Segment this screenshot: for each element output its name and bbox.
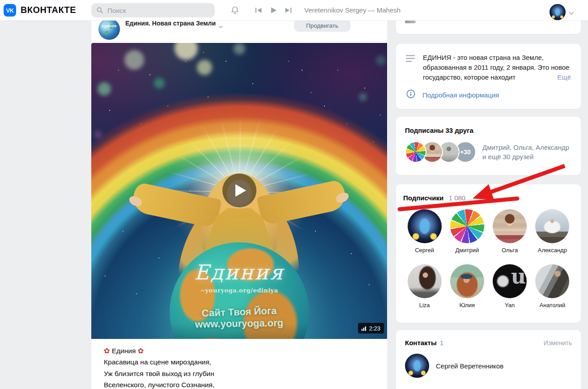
follower-item[interactable]: Анатолий xyxy=(531,264,574,309)
contact-item[interactable]: Сергей Веретенников xyxy=(405,354,572,378)
follower-avatar[interactable] xyxy=(535,209,569,243)
follower-name[interactable]: Ольга xyxy=(489,247,531,254)
play-icon xyxy=(235,184,246,197)
followers-grid: Сергей Дмитрий Ольга Александр Liza xyxy=(403,209,574,309)
promote-button[interactable]: Продвигать xyxy=(294,19,350,32)
follower-avatar[interactable] xyxy=(450,209,484,243)
post-text: ✿ Единия ✿ Красавица на сцене мироздания… xyxy=(91,339,387,389)
follower-avatar[interactable] xyxy=(493,209,527,243)
show-more-link[interactable]: Ещё xyxy=(539,72,571,82)
sidebar: ЕДИНИЯ - это новая страна на Земле, обра… xyxy=(396,21,581,389)
follower-item[interactable]: Александр xyxy=(531,209,574,254)
friend-avatar[interactable] xyxy=(405,141,426,163)
follower-item[interactable]: Ольга xyxy=(489,209,531,254)
vk-wordmark[interactable]: ВКОНТАКТЕ xyxy=(21,5,76,15)
menu-item-icon xyxy=(405,21,416,23)
friends-title: Подписаны 33 друга xyxy=(405,127,572,135)
prev-track-icon[interactable] xyxy=(255,0,262,21)
post-header: ЕДИНИЯ Единия. Новая страна Земли Продви… xyxy=(91,18,387,38)
follower-name[interactable]: Юлия xyxy=(446,302,488,309)
follower-name[interactable]: Анатолий xyxy=(531,302,574,309)
stats-icon xyxy=(362,326,366,331)
contacts-count: 1 xyxy=(440,339,443,347)
search-icon xyxy=(96,7,103,16)
post-column: ЕДИНИЯ Единия. Новая страна Земли Продви… xyxy=(91,21,387,389)
follower-avatar[interactable] xyxy=(535,264,569,298)
next-track-icon[interactable] xyxy=(285,0,292,21)
contacts-title: Контакты xyxy=(405,339,437,347)
post-text-line: Вселенского, лучистого Сознания, xyxy=(104,379,375,389)
friends-names[interactable]: Дмитрий, Ольга, Александр и ещё 30 друзе… xyxy=(482,143,569,161)
about-text: ЕДИНИЯ - это новая страна на Земле, обра… xyxy=(423,53,571,82)
post-text-title-line: ✿ Единия ✿ xyxy=(104,345,375,356)
follower-item[interactable]: Yan xyxy=(489,264,531,309)
follower-item[interactable]: Дмитрий xyxy=(446,209,488,254)
chevron-down-icon[interactable] xyxy=(569,9,574,17)
play-button[interactable] xyxy=(222,173,256,207)
follower-avatar[interactable] xyxy=(408,264,442,298)
community-name-link[interactable]: Единия. Новая страна Земли xyxy=(125,20,216,27)
video-stars-small xyxy=(91,43,92,44)
rose-icon: ✿ xyxy=(104,347,110,355)
follower-name[interactable]: Сергей xyxy=(403,247,446,254)
video-duration-badge: 2:23 xyxy=(358,323,384,334)
follower-name[interactable]: Yan xyxy=(489,302,531,309)
bell-icon[interactable] xyxy=(230,5,240,17)
play-track-icon[interactable] xyxy=(270,0,277,21)
post-text-line: Красавица на сцене мироздания, xyxy=(104,356,375,368)
now-playing-title[interactable]: Veretennikov Sergey — Mahesh xyxy=(304,6,401,14)
post-text-line: Уж близится твой выход из глубин xyxy=(104,368,375,379)
info-icon xyxy=(406,89,415,100)
follower-avatar[interactable] xyxy=(408,209,442,243)
edit-contacts-link[interactable]: Изменить xyxy=(544,339,572,347)
about-card: ЕДИНИЯ - это новая страна на Земле, обра… xyxy=(396,44,581,109)
followers-header: Подписчики 1 080 xyxy=(403,194,574,202)
about-lines-icon xyxy=(406,55,416,82)
detailed-info-link[interactable]: Подробная информация xyxy=(422,91,499,99)
contacts-card: Контакты 1 Изменить Сергей Веретенников xyxy=(396,330,581,389)
follower-item[interactable]: Liza xyxy=(403,264,446,309)
post-title-word: Единия xyxy=(112,347,136,355)
community-avatar[interactable]: ЕДИНИЯ xyxy=(98,18,120,40)
followers-count: 1 080 xyxy=(449,194,466,202)
chevron-down-icon xyxy=(218,22,223,30)
profile-avatar[interactable] xyxy=(550,4,566,20)
follower-item[interactable]: Сергей xyxy=(403,209,446,254)
contact-name[interactable]: Сергей Веретенников xyxy=(436,362,503,370)
vk-logo[interactable]: VK xyxy=(4,4,16,17)
post-card: ЕДИНИЯ Единия. Новая страна Земли Продви… xyxy=(91,18,387,389)
follower-item[interactable]: Юлия xyxy=(446,264,488,309)
video-player[interactable]: Единия ~youryoga.org/ediniya Сайт Твоя Й… xyxy=(91,43,387,339)
followers-title[interactable]: Подписчики xyxy=(403,194,443,202)
follower-avatar[interactable] xyxy=(493,264,527,298)
rose-icon: ✿ xyxy=(138,347,144,355)
follower-name[interactable]: Liza xyxy=(403,302,446,309)
followers-card: Подписчики 1 080 Сергей Дмитрий Ольга xyxy=(396,184,581,323)
contact-avatar[interactable] xyxy=(405,354,429,378)
search-input[interactable] xyxy=(91,3,215,17)
follower-name[interactable]: Александр xyxy=(531,247,574,254)
follower-name[interactable]: Дмитрий xyxy=(446,247,488,254)
video-duration: 2:23 xyxy=(369,325,380,332)
follower-avatar[interactable] xyxy=(450,264,484,298)
top-bar: VK ВКОНТАКТЕ Veretennikov Sergey — Mahes… xyxy=(0,0,588,21)
friends-names-line2: и ещё 30 друзей xyxy=(482,152,569,161)
video-title-text: Единия xyxy=(91,260,387,284)
community-avatar-text: ЕДИНИЯ xyxy=(98,25,120,28)
friends-followers-card: Подписаны 33 друга +30 Дмитрий, Ольга, А… xyxy=(396,117,581,175)
video-subtitle-text: ~youryoga.org/ediniya xyxy=(91,287,387,294)
friends-names-line1: Дмитрий, Ольга, Александр xyxy=(482,143,569,152)
page-content: ЕДИНИЯ Единия. Новая страна Земли Продви… xyxy=(0,21,588,389)
